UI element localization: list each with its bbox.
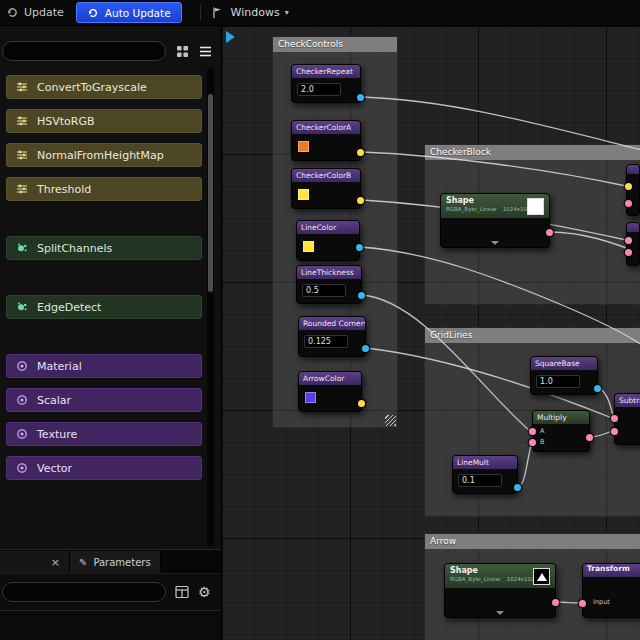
node-line-mult[interactable]: LineMult 0.1 xyxy=(452,455,518,494)
gear-icon[interactable]: ⚙ xyxy=(198,585,211,599)
palette-item-vector[interactable]: Vector xyxy=(6,456,202,480)
auto-update-loop-icon xyxy=(87,7,99,19)
input-pin[interactable] xyxy=(625,200,632,207)
update-label: Update xyxy=(24,6,64,19)
palette-item-material[interactable]: Material xyxy=(6,354,202,378)
output-pin[interactable] xyxy=(358,400,365,407)
input-pin-b[interactable] xyxy=(529,439,536,446)
node-arrow-color[interactable]: ArrowColor xyxy=(298,371,362,412)
palette-scrollbar[interactable] xyxy=(207,68,214,546)
input-pin[interactable] xyxy=(579,600,586,607)
palette-item-label: Material xyxy=(37,360,82,373)
orb-icon xyxy=(16,360,28,372)
palette-item-texture[interactable]: Texture xyxy=(6,422,202,446)
value-field[interactable]: 2.0 xyxy=(297,83,341,96)
grid-view-icon[interactable] xyxy=(173,42,191,60)
palette-item-hsvtorgb[interactable]: HSVtoRGB xyxy=(6,109,202,133)
close-icon[interactable]: × xyxy=(51,556,60,569)
splat-icon xyxy=(16,301,28,313)
node-transform[interactable]: Transform Input xyxy=(582,563,640,618)
palette-item-threshold[interactable]: Threshold xyxy=(6,177,202,201)
expand-chevron-icon[interactable] xyxy=(496,611,504,615)
output-pin[interactable] xyxy=(546,229,553,236)
output-pin[interactable] xyxy=(357,197,364,204)
input-pin-b[interactable] xyxy=(611,428,618,435)
node-shape-arrow[interactable]: Shape RGBA_Byte_Linear1024x1024 xyxy=(444,563,556,618)
bottom-tabbar: × ✎ Parameters xyxy=(0,550,221,574)
group-title[interactable]: CheckerBlock xyxy=(425,145,640,160)
color-swatch[interactable] xyxy=(298,141,309,152)
palette-item-normalfromheightmap[interactable]: NormalFromHeightMap xyxy=(6,143,202,167)
color-swatch[interactable] xyxy=(298,189,309,200)
group-title[interactable]: CheckControls xyxy=(273,37,397,52)
clipped-node[interactable] xyxy=(626,164,640,216)
chevron-down-icon: ▾ xyxy=(285,8,289,17)
graph-canvas[interactable]: CheckControls CheckerBlock GridLines Arr… xyxy=(222,26,640,640)
node-preview-thumbnail[interactable] xyxy=(533,568,550,585)
output-pin[interactable] xyxy=(594,385,601,392)
tab-parameters-label: Parameters xyxy=(93,557,150,568)
value-field[interactable]: 0.125 xyxy=(304,335,348,348)
output-pin[interactable] xyxy=(358,292,365,299)
node-title: Subtract xyxy=(615,394,640,407)
value-field[interactable]: 0.1 xyxy=(458,474,502,487)
node-shape-checker[interactable]: Shape RGBA_Byte_Linear1024x1024 xyxy=(440,193,550,248)
clipped-node[interactable] xyxy=(626,222,640,266)
orb-icon xyxy=(16,428,28,440)
orb-icon xyxy=(16,462,28,474)
output-pin[interactable] xyxy=(362,345,369,352)
color-swatch[interactable] xyxy=(305,392,316,403)
input-pin[interactable] xyxy=(625,237,632,244)
value-field[interactable]: 0.5 xyxy=(302,284,346,297)
group-title[interactable]: GridLines xyxy=(425,328,640,343)
auto-update-button[interactable]: Auto Update xyxy=(76,2,182,23)
tab-parameters[interactable]: ✎ Parameters xyxy=(70,551,161,573)
node-checker-color-a[interactable]: CheckerColorA xyxy=(291,120,361,161)
output-pin[interactable] xyxy=(357,94,364,101)
output-pin[interactable] xyxy=(586,434,593,441)
tab-current[interactable]: × xyxy=(0,551,70,573)
input-pin[interactable] xyxy=(625,183,632,190)
color-swatch[interactable] xyxy=(303,241,314,252)
windows-label: Windows xyxy=(231,6,280,19)
output-pin[interactable] xyxy=(552,599,559,606)
input-label: A xyxy=(540,427,544,435)
palette-item-splitchannels[interactable]: SplitChannels xyxy=(6,236,202,260)
node-checker-repeat[interactable]: CheckerRepeat 2.0 xyxy=(291,64,361,103)
palette-item-label: Scalar xyxy=(37,394,71,407)
node-preview-thumbnail[interactable] xyxy=(527,198,544,215)
node-rounded-corners[interactable]: Rounded Corners 0.125 xyxy=(298,316,366,357)
node-checker-color-b[interactable]: CheckerColorB xyxy=(291,168,361,209)
palette-item-label: Vector xyxy=(37,462,72,475)
update-button[interactable]: Update xyxy=(6,6,64,19)
palette-item-label: NormalFromHeightMap xyxy=(37,149,164,162)
group-title[interactable]: Arrow xyxy=(425,534,640,549)
palette-item-edgedetect[interactable]: EdgeDetect xyxy=(6,295,202,319)
node-multiply[interactable]: Multiply A B xyxy=(532,410,590,452)
toolbar-separator xyxy=(200,5,201,20)
scrollbar-thumb[interactable] xyxy=(208,94,213,292)
value-field[interactable]: 1.0 xyxy=(536,375,580,388)
output-pin[interactable] xyxy=(514,484,521,491)
table-icon[interactable] xyxy=(175,585,189,599)
node-line-color[interactable]: LineColor xyxy=(296,220,360,261)
node-subtract[interactable]: Subtract xyxy=(614,393,640,445)
output-pin[interactable] xyxy=(357,149,364,156)
resize-handle[interactable] xyxy=(385,415,396,426)
output-pin[interactable] xyxy=(356,244,363,251)
node-line-thickness[interactable]: LineThickness 0.5 xyxy=(296,265,362,304)
node-palette-panel: ConvertToGrayscale HSVtoRGB NormalFromHe… xyxy=(0,26,222,640)
input-pin[interactable] xyxy=(625,249,632,256)
parameters-search-input[interactable] xyxy=(2,582,166,602)
refresh-icon xyxy=(6,6,19,19)
windows-menu[interactable]: Windows ▾ xyxy=(231,6,289,19)
input-pin-a[interactable] xyxy=(529,428,536,435)
palette-search-input[interactable] xyxy=(2,41,166,61)
palette-item-label: Texture xyxy=(37,428,77,441)
palette-item-scalar[interactable]: Scalar xyxy=(6,388,202,412)
palette-item-converttograyscale[interactable]: ConvertToGrayscale xyxy=(6,75,202,99)
list-view-icon[interactable] xyxy=(196,42,214,60)
input-pin-a[interactable] xyxy=(611,415,618,422)
node-square-base[interactable]: SquareBase 1.0 xyxy=(530,356,598,395)
expand-chevron-icon[interactable] xyxy=(491,241,499,245)
